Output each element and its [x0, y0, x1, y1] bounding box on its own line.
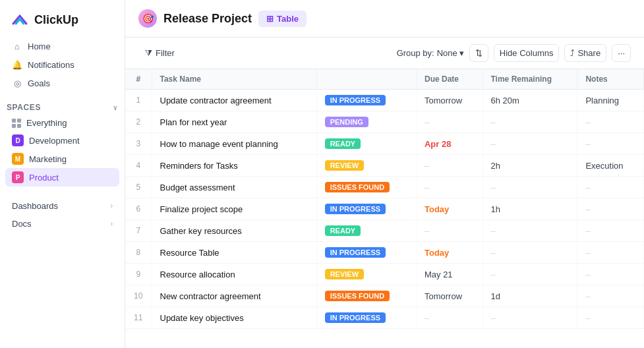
row-time-remaining: 6h 20m: [483, 90, 577, 111]
row-time-remaining: –: [483, 242, 577, 264]
home-icon: ⌂: [12, 41, 22, 51]
row-task-name[interactable]: How to manage event planning: [152, 133, 316, 155]
row-task-name[interactable]: Update key objectives: [152, 307, 316, 329]
tasks-table: # Task Name Due Date Time Remaining Note…: [125, 69, 644, 329]
dashboards-label: Dashboards: [12, 201, 58, 211]
col-status: [316, 69, 416, 90]
row-task-name[interactable]: Finalize project scope: [152, 198, 316, 220]
row-status: IN PROGRESS: [316, 242, 416, 264]
more-options-button[interactable]: ···: [612, 44, 631, 62]
sidebar-item-home-label: Home: [28, 42, 51, 51]
row-status: IN PROGRESS: [316, 307, 416, 329]
row-num: 6: [125, 198, 152, 220]
sidebar-bottom: Dashboards › Docs ›: [0, 192, 125, 238]
row-notes: –: [577, 220, 644, 242]
row-time-remaining: –: [483, 133, 577, 155]
table-header: # Task Name Due Date Time Remaining Note…: [125, 69, 644, 90]
row-due-date: –: [416, 155, 483, 177]
row-notes: –: [577, 198, 644, 220]
row-notes: –: [577, 307, 644, 329]
product-badge: P: [12, 171, 24, 183]
col-num: #: [125, 69, 152, 90]
sidebar-item-dashboards[interactable]: Dashboards ›: [5, 197, 119, 215]
row-status: IN PROGRESS: [316, 198, 416, 220]
spaces-chevron-icon[interactable]: ∨: [113, 104, 118, 111]
row-num: 1: [125, 90, 152, 111]
row-status: PENDING: [316, 111, 416, 133]
sidebar-item-docs[interactable]: Docs ›: [5, 215, 119, 233]
sidebar-item-development[interactable]: D Development: [5, 131, 119, 150]
row-num: 4: [125, 155, 152, 177]
row-task-name[interactable]: Resource Table: [152, 242, 316, 264]
table-row[interactable]: 6Finalize project scopeIN PROGRESSToday1…: [125, 198, 644, 220]
table-row[interactable]: 5Budget assessmentISSUES FOUND–––: [125, 177, 644, 198]
row-task-name[interactable]: Budget assessment: [152, 177, 316, 198]
row-due-date: –: [416, 111, 483, 133]
toolbar-left: ⧩ Filter: [138, 45, 181, 62]
sidebar-item-everything[interactable]: Everything: [5, 115, 119, 131]
row-due-date: –: [416, 220, 483, 242]
table-view-tab[interactable]: ⊞ Table: [258, 11, 307, 27]
table-row[interactable]: 3How to manage event planningREADYApr 28…: [125, 133, 644, 155]
everything-icon: [12, 119, 21, 128]
sort-button[interactable]: ⇅: [469, 44, 488, 62]
project-icon: 🎯: [138, 9, 157, 28]
spaces-list: Everything D Development M Marketing P P…: [0, 115, 125, 187]
col-time-remaining: Time Remaining: [483, 69, 577, 90]
dashboards-chevron-icon: ›: [111, 202, 113, 210]
row-task-name[interactable]: Gather key resources: [152, 220, 316, 242]
sidebar-item-marketing[interactable]: M Marketing: [5, 150, 119, 168]
row-status: REVIEW: [316, 155, 416, 177]
sidebar-item-goals[interactable]: ◎ Goals: [5, 74, 119, 92]
group-by-control: Group by: None ▾: [397, 48, 464, 58]
table-row[interactable]: 4Reminders for TasksREVIEW–2hExecution: [125, 155, 644, 177]
status-badge: READY: [325, 138, 361, 149]
product-label: Product: [29, 173, 59, 183]
row-due-date: –: [416, 177, 483, 198]
table-row[interactable]: 11Update key objectivesIN PROGRESS–––: [125, 307, 644, 329]
row-due-date: Today: [416, 198, 483, 220]
table-row[interactable]: 10New contractor agreementISSUES FOUNDTo…: [125, 285, 644, 307]
table-row[interactable]: 2Plan for next yearPENDING–––: [125, 111, 644, 133]
row-notes: –: [577, 177, 644, 198]
table-row[interactable]: 8Resource TableIN PROGRESSToday––: [125, 242, 644, 264]
status-badge: REVIEW: [325, 269, 364, 279]
marketing-badge: M: [12, 153, 24, 165]
clickup-logo-icon: [11, 11, 29, 29]
row-num: 9: [125, 264, 152, 285]
group-by-label: Group by:: [397, 48, 434, 58]
row-num: 5: [125, 177, 152, 198]
row-num: 11: [125, 307, 152, 329]
col-due-date: Due Date: [416, 69, 483, 90]
row-num: 10: [125, 285, 152, 307]
row-task-name[interactable]: Update contractor agreement: [152, 90, 316, 111]
table-row[interactable]: 1Update contractor agreementIN PROGRESST…: [125, 90, 644, 111]
sidebar-item-product[interactable]: P Product: [5, 168, 119, 187]
table-row[interactable]: 7Gather key resourcesREADY–––: [125, 220, 644, 242]
group-by-value[interactable]: None ▾: [437, 48, 464, 58]
row-notes: –: [577, 242, 644, 264]
target-icon: ◎: [12, 78, 22, 88]
sidebar-item-home[interactable]: ⌂ Home: [5, 37, 119, 55]
sidebar: ClickUp ⌂ Home 🔔 Notifications ◎ Goals S…: [0, 0, 125, 348]
row-task-name[interactable]: Reminders for Tasks: [152, 155, 316, 177]
filter-button[interactable]: ⧩ Filter: [138, 45, 181, 62]
status-badge: PENDING: [325, 117, 368, 127]
table-row[interactable]: 9Resource allocationREVIEWMay 21––: [125, 264, 644, 285]
sidebar-item-notifications-label: Notifications: [28, 60, 74, 70]
main-content: 🎯 Release Project ⊞ Table ⧩ Filter Group…: [125, 0, 644, 348]
logo-area: ClickUp: [0, 8, 125, 37]
sidebar-item-notifications[interactable]: 🔔 Notifications: [5, 55, 119, 74]
row-status: ISSUES FOUND: [316, 285, 416, 307]
row-task-name[interactable]: New contractor agreement: [152, 285, 316, 307]
row-due-date: Tomorrow: [416, 285, 483, 307]
sidebar-item-goals-label: Goals: [28, 78, 50, 88]
spaces-section-header: Spaces ∨: [0, 96, 125, 115]
row-task-name[interactable]: Plan for next year: [152, 111, 316, 133]
row-time-remaining: –: [483, 307, 577, 329]
hide-columns-button[interactable]: Hide Columns: [494, 44, 560, 62]
row-task-name[interactable]: Resource allocation: [152, 264, 316, 285]
row-due-date: May 21: [416, 264, 483, 285]
share-button[interactable]: ⤴ Share: [564, 44, 606, 62]
row-notes: –: [577, 111, 644, 133]
